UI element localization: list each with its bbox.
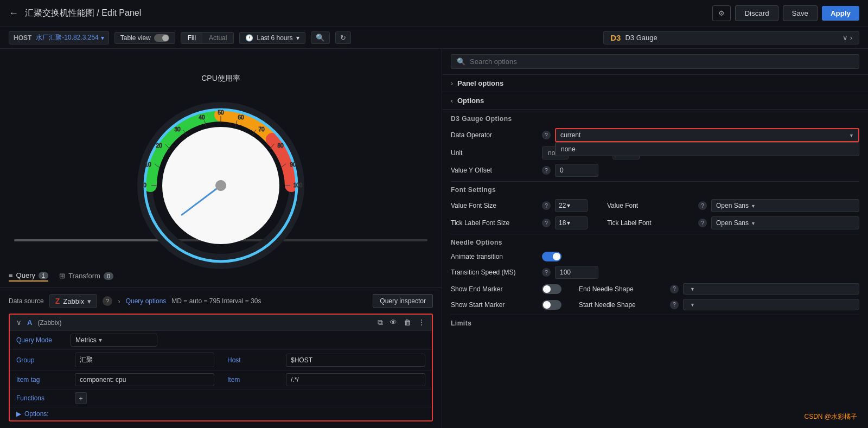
- needle-options-title: Needle Options: [451, 239, 859, 246]
- panel-type-selector[interactable]: D3 D3 Gauge ∨ ›: [603, 31, 859, 44]
- item-tag-value[interactable]: component: cpu: [75, 373, 214, 386]
- animate-transition-label: Animate transition: [451, 253, 538, 260]
- topbar: ← 汇聚交换机性能图 / Edit Panel ⚙ Discard Save A…: [0, 0, 868, 27]
- next-icon[interactable]: ›: [850, 34, 852, 42]
- discard-button[interactable]: Discard: [735, 5, 778, 21]
- host-selector[interactable]: HOST 水厂汇聚-10.82.3.254 ▾: [9, 31, 109, 44]
- query-collapse-icon[interactable]: ∨: [16, 318, 22, 327]
- options-section: D3 Gauge Options Data Operator ? current…: [442, 110, 868, 338]
- svg-text:10: 10: [145, 162, 151, 168]
- divider-1: [451, 181, 859, 182]
- divider-2: [451, 234, 859, 234]
- options-row: ▶ Options:: [10, 407, 432, 420]
- back-button[interactable]: ←: [9, 8, 18, 19]
- actual-button[interactable]: Actual: [202, 33, 233, 43]
- query-mode-selector[interactable]: Metrics ▾: [71, 334, 157, 347]
- end-needle-shape-selector[interactable]: [683, 283, 859, 295]
- tick-label-font-help[interactable]: ?: [698, 219, 707, 227]
- start-needle-shape-help[interactable]: ?: [670, 301, 679, 309]
- query-tab-badge: 1: [39, 272, 48, 279]
- save-button[interactable]: Save: [783, 5, 818, 21]
- query-mode-arrow-icon: ▾: [99, 336, 102, 344]
- tab-query[interactable]: ≡ Query 1: [9, 271, 48, 282]
- table-view-pill: [154, 34, 169, 42]
- options-title: Options: [457, 97, 484, 105]
- settings-button[interactable]: ⚙: [712, 5, 731, 21]
- main-layout: CPU使用率: [0, 49, 868, 428]
- value-font-size-help[interactable]: ?: [542, 201, 551, 210]
- transition-speed-input[interactable]: [555, 266, 598, 279]
- host-value: 水厂汇聚-10.82.3.254: [36, 33, 98, 42]
- host-value[interactable]: $HOST: [286, 354, 425, 367]
- divider-3: [451, 315, 859, 315]
- tab-transform[interactable]: ⊞ Transform 0: [59, 272, 113, 281]
- d3-gauge-options-title: D3 Gauge Options: [451, 115, 859, 123]
- functions-label: Functions: [16, 394, 71, 402]
- group-value[interactable]: 汇聚: [75, 353, 214, 367]
- end-needle-shape-label: End Needle Shape: [579, 285, 666, 293]
- limits-title: Limits: [451, 320, 859, 327]
- data-operator-help[interactable]: ?: [542, 131, 551, 139]
- font-settings-title: Font Settings: [451, 186, 859, 194]
- panel-options-arrow-icon: ›: [451, 80, 453, 87]
- value-y-offset-input[interactable]: [555, 164, 598, 177]
- table-view-toggle[interactable]: Table view: [114, 32, 175, 44]
- options-toggle[interactable]: ▶ Options:: [16, 410, 425, 418]
- query-tab-icon: ≡: [9, 271, 13, 279]
- tick-label-font-value: Open Sans: [716, 219, 749, 227]
- add-function-button[interactable]: +: [75, 392, 87, 404]
- query-letter: A: [27, 318, 32, 327]
- item-tag-col: Item tag component: cpu: [10, 370, 221, 389]
- show-start-marker-label: Show Start Marker: [451, 301, 538, 309]
- data-operator-selector[interactable]: current: [555, 128, 859, 142]
- animate-transition-toggle[interactable]: [542, 252, 561, 261]
- start-needle-shape-selector[interactable]: [683, 299, 859, 310]
- query-inspector-button[interactable]: Query inspector: [373, 294, 433, 308]
- transition-speed-help[interactable]: ?: [542, 268, 551, 277]
- tick-label-font-size-help[interactable]: ?: [542, 219, 551, 227]
- refresh-button[interactable]: ↻: [335, 31, 351, 44]
- visibility-icon[interactable]: 👁: [390, 318, 397, 327]
- query-options-link[interactable]: Query options: [126, 297, 167, 305]
- group-label: Group: [16, 356, 71, 364]
- value-font-selector[interactable]: Open Sans: [711, 199, 859, 212]
- value-font-label: Value Font: [607, 202, 694, 209]
- apply-button[interactable]: Apply: [822, 6, 859, 21]
- data-operator-arrow-icon: [849, 132, 854, 138]
- search-input-wrap[interactable]: 🔍: [451, 54, 859, 69]
- show-start-marker-toggle[interactable]: [542, 300, 561, 310]
- item-value[interactable]: /.*/: [286, 373, 425, 386]
- host-label: HOST: [14, 34, 31, 42]
- panel-options-header[interactable]: › Panel options: [442, 75, 868, 92]
- value-font-size-selector[interactable]: 22 ▾: [555, 199, 588, 212]
- time-range-chevron-icon: ▾: [296, 34, 299, 42]
- search-bar: 🔍: [442, 49, 868, 75]
- end-marker-row: Show End Marker End Needle Shape ?: [451, 283, 859, 295]
- search-icon: 🔍: [457, 58, 465, 66]
- data-operator-label: Data Operator: [451, 131, 538, 139]
- fill-button[interactable]: Fill: [181, 33, 202, 43]
- query-mode-label: Query Mode: [16, 336, 71, 344]
- tick-label-font-selector[interactable]: Open Sans: [711, 216, 859, 229]
- value-font-value: Open Sans: [716, 202, 749, 209]
- search-input[interactable]: [470, 58, 853, 66]
- delete-icon[interactable]: 🗑: [404, 318, 411, 327]
- copy-icon[interactable]: ⧉: [378, 318, 383, 327]
- query-mode-row: Query Mode Metrics ▾: [10, 331, 432, 350]
- options-header[interactable]: ‹ Options: [442, 92, 868, 110]
- value-y-offset-help[interactable]: ?: [542, 166, 551, 175]
- item-tag-row: Item tag component: cpu Item /.*/: [10, 370, 432, 389]
- tick-label-font-size-selector[interactable]: 18 ▾: [555, 216, 588, 229]
- datasource-selector[interactable]: Z Zabbix ▾: [49, 294, 98, 308]
- show-end-marker-toggle[interactable]: [542, 284, 561, 294]
- more-icon[interactable]: ⋮: [418, 318, 425, 327]
- item-label: Item: [227, 376, 282, 384]
- value-font-help[interactable]: ?: [698, 201, 707, 210]
- table-view-label: Table view: [120, 34, 151, 42]
- end-needle-shape-help[interactable]: ?: [670, 285, 679, 293]
- info-icon[interactable]: ?: [103, 296, 112, 306]
- time-range-selector[interactable]: 🕐 Last 6 hours ▾: [239, 32, 305, 44]
- data-op-none[interactable]: none: [556, 143, 859, 156]
- expand-icon[interactable]: ∨: [843, 34, 848, 42]
- zoom-out-button[interactable]: 🔍: [311, 31, 330, 44]
